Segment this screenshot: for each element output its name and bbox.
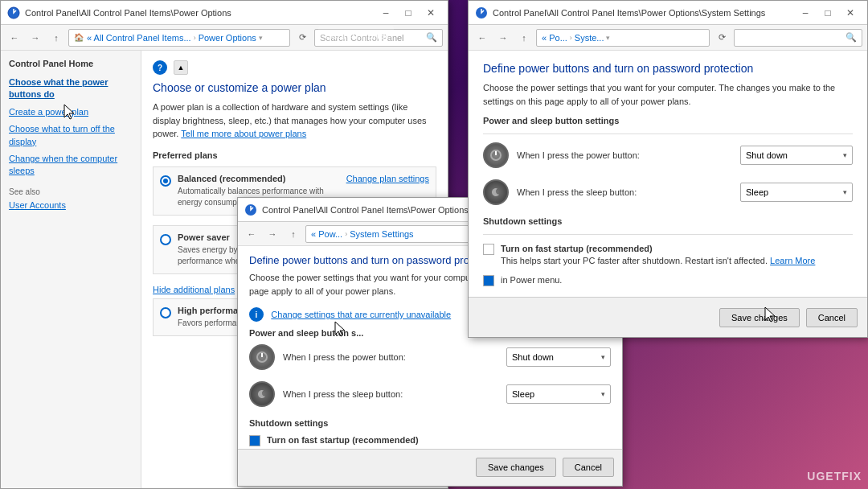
sleep-btn-dropdown-win3[interactable]: Sleep ▾ (740, 183, 853, 202)
win3-main-desc: Choose the power settings that you want … (483, 81, 853, 108)
sleep-icon-win3 (483, 179, 509, 205)
help-button-win1[interactable]: ? (153, 60, 167, 75)
window-icon-win2 (244, 203, 257, 216)
power-btn-row-win3: When I press the power button: Shut down… (483, 142, 853, 168)
divider-shutdown-win3 (483, 234, 853, 235)
fast-startup-checkbox-win3[interactable] (483, 244, 494, 255)
address-box-win3[interactable]: « Po... › Syste... ▾ (536, 29, 710, 47)
refresh-button-win1[interactable]: ⟳ (293, 29, 311, 47)
collapse-button-win1[interactable]: ▲ (174, 60, 188, 75)
search-box-win3[interactable]: 🔍 (734, 29, 862, 47)
search-placeholder-win1: Search Control Panel (320, 33, 404, 43)
power-btn-dropdown-win3[interactable]: Shut down ▾ (740, 146, 853, 165)
search-icon-win3[interactable]: 🔍 (845, 32, 857, 43)
see-also-label: See also (9, 187, 133, 196)
breadcrumb-power-options[interactable]: Power Options (199, 33, 256, 43)
sidebar-title: Control Panel Home (9, 59, 133, 68)
breadcrumb-sys-win2[interactable]: System Settings (350, 229, 413, 239)
sidebar-link-turn-off-display[interactable]: Choose what to turn off the display (9, 123, 133, 148)
breadcrumb-sys-win3[interactable]: Syste... (575, 33, 604, 43)
address-bar-win1: ← → ↑ 🏠 « All Control Panel Items... › P… (1, 25, 448, 51)
sleep-btn-label-win2: When I press the sleep button: (283, 389, 498, 399)
main-desc-win1: A power plan is a collection of hardware… (153, 101, 436, 141)
radio-high-perf[interactable] (160, 307, 171, 318)
shutdown-section-label-win2: Shutdown settings (249, 418, 611, 428)
window-icon-win3 (475, 6, 488, 19)
cancel-button-win3[interactable]: Cancel (806, 308, 858, 327)
restore-button-win1[interactable]: □ (398, 5, 419, 21)
sidebar-win1: Control Panel Home Choose what the power… (1, 51, 141, 488)
breadcrumb-all-items[interactable]: « All Control Panel Items... (87, 33, 191, 43)
dropdown-arrow-power-win3: ▾ (843, 151, 847, 159)
close-button-win1[interactable]: ✕ (420, 5, 441, 21)
hide-plans-link[interactable]: Hide additional plans (153, 285, 235, 294)
titlebar-win3: Control Panel\All Control Panel Items\Po… (469, 1, 867, 25)
dropdown-arrow-sleep-win2: ▾ (601, 390, 605, 398)
minimize-button-win3[interactable]: – (795, 5, 816, 21)
info-icon-win2: i (249, 307, 264, 322)
forward-button-win2[interactable]: → (264, 225, 281, 243)
plan-name-balanced: Balanced (recommended) (178, 174, 346, 183)
titlebar-win1: Control Panel\All Control Panel Items\Po… (1, 1, 448, 25)
change-settings-link-win2[interactable]: Change settings that are currently unava… (271, 310, 451, 319)
address-box-win1[interactable]: 🏠 « All Control Panel Items... › Power O… (68, 29, 290, 47)
dropdown-arrow-sleep-win3: ▾ (843, 188, 847, 196)
change-plan-balanced[interactable]: Change plan settings (346, 174, 429, 183)
sidebar-link-power-buttons[interactable]: Choose what the power buttons do (9, 76, 133, 101)
search-icon-win1[interactable]: 🔍 (426, 32, 437, 43)
fast-startup-row-win3: Turn on fast startup (recommended) This … (483, 243, 853, 268)
back-button-win2[interactable]: ← (243, 225, 260, 243)
up-button-win1[interactable]: ↑ (47, 29, 65, 47)
back-button-win1[interactable]: ← (6, 29, 23, 47)
power-menu-row-win3: in Power menu. (483, 274, 853, 286)
forward-button-win1[interactable]: → (27, 29, 44, 47)
dropdown-arrow-power-win2: ▾ (601, 353, 605, 361)
main-title-win1: Choose or customize a power plan (153, 81, 436, 94)
shutdown-section-label-win3: Shutdown settings (483, 216, 853, 226)
close-button-win3[interactable]: ✕ (840, 5, 861, 21)
save-changes-button-win3[interactable]: Save changes (719, 308, 800, 327)
sleep-icon-win2 (249, 381, 275, 407)
refresh-button-win3[interactable]: ⟳ (713, 29, 731, 47)
sleep-btn-row-win2: When I press the sleep button: Sleep ▾ (249, 381, 611, 407)
win3-main-title: Define power buttons and turn on passwor… (483, 62, 853, 75)
breadcrumb-pow-win2[interactable]: « Pow... (311, 229, 342, 239)
watermark: UGETFIX (807, 470, 862, 483)
power-btn-dropdown-win2[interactable]: Shut down ▾ (506, 347, 611, 367)
sleep-btn-row-win3: When I press the sleep button: Sleep ▾ (483, 179, 853, 205)
cancel-button-win2[interactable]: Cancel (563, 458, 614, 477)
power-menu-checkbox-win3[interactable] (483, 275, 494, 286)
learn-more-link-win2[interactable]: Cancel (536, 447, 563, 449)
sidebar-link-change-sleep[interactable]: Change when the computer sleeps (9, 153, 133, 178)
up-button-win3[interactable]: ↑ (515, 29, 533, 47)
address-bar-win3: ← → ↑ « Po... › Syste... ▾ ⟳ 🔍 (469, 25, 867, 51)
sidebar-link-create-plan[interactable]: Create a power plan (9, 106, 133, 118)
sleep-btn-dropdown-win2[interactable]: Sleep ▾ (506, 384, 611, 404)
divider-power-win3 (483, 134, 853, 134)
search-box-win1[interactable]: Search Control Panel 🔍 (314, 29, 443, 47)
fast-startup-checkbox-win2[interactable] (249, 435, 260, 446)
back-button-win3[interactable]: ← (473, 29, 491, 47)
power-btn-label-win2: When I press the power button: (283, 352, 498, 362)
power-menu-label-win3: in Power menu. (501, 274, 562, 286)
power-icon-win2 (249, 344, 275, 370)
sleep-btn-label-win3: When I press the sleep button: (517, 187, 732, 197)
fast-startup-row-win2: Turn on fast startup (recommended) This … (249, 434, 611, 449)
up-button-win2[interactable]: ↑ (285, 225, 302, 243)
titlebar-title-win1: Control Panel\All Control Panel Items\Po… (25, 8, 371, 18)
learn-more-link-win3[interactable]: Learn More (770, 256, 815, 265)
restore-button-win3[interactable]: □ (817, 5, 838, 21)
save-changes-button-win2[interactable]: Save changes (476, 458, 556, 477)
radio-power-saver[interactable] (160, 234, 171, 245)
win3-body: Define power buttons and turn on passwor… (469, 51, 867, 297)
tell-more-link[interactable]: Tell me more about power plans (181, 129, 306, 138)
sidebar-user-accounts[interactable]: User Accounts (9, 199, 133, 212)
titlebar-controls-win1: – □ ✕ (375, 5, 441, 21)
forward-button-win3[interactable]: → (494, 29, 512, 47)
fast-startup-label-win2: Turn on fast startup (recommended) This … (267, 434, 563, 449)
power-btn-label-win3: When I press the power button: (517, 150, 732, 160)
breadcrumb-pow-win3[interactable]: « Po... (542, 33, 567, 43)
radio-balanced[interactable] (160, 175, 171, 187)
minimize-button-win1[interactable]: – (375, 5, 396, 21)
window-system-settings-front[interactable]: Control Panel\All Control Panel Items\Po… (468, 0, 868, 338)
